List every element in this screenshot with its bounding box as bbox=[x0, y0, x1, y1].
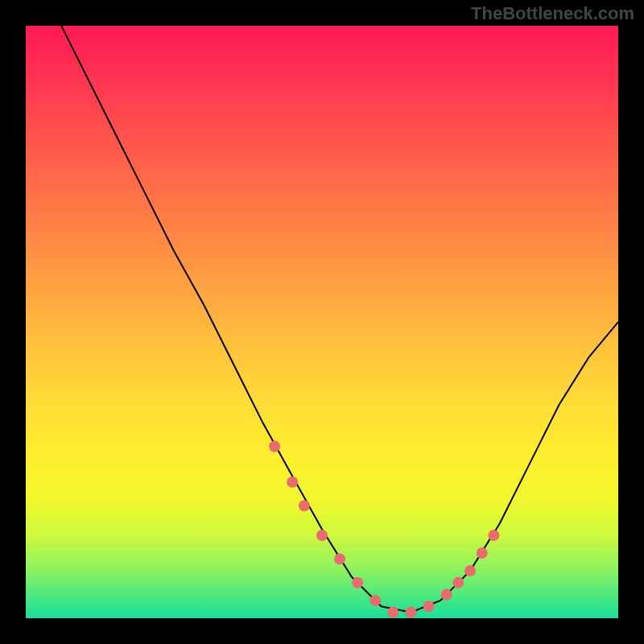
marker-dot bbox=[287, 477, 298, 488]
bottleneck-curve-path bbox=[61, 26, 618, 613]
marker-dot bbox=[352, 577, 363, 588]
marker-dot bbox=[441, 589, 452, 601]
marker-dot bbox=[488, 530, 499, 541]
marker-dot bbox=[452, 577, 464, 588]
marker-dot bbox=[423, 601, 435, 612]
marker-group bbox=[269, 441, 499, 618]
curve-svg bbox=[26, 26, 618, 618]
marker-dot bbox=[464, 565, 476, 576]
watermark-text: TheBottleneck.com bbox=[471, 3, 634, 24]
curve-group bbox=[61, 26, 618, 613]
marker-dot bbox=[387, 607, 398, 618]
plot-area bbox=[26, 26, 618, 618]
marker-dot bbox=[316, 530, 328, 541]
marker-dot bbox=[369, 595, 381, 606]
marker-dot bbox=[405, 607, 416, 618]
marker-dot bbox=[334, 553, 345, 564]
marker-dot bbox=[269, 441, 280, 452]
marker-dot bbox=[299, 500, 310, 511]
marker-dot bbox=[477, 547, 488, 559]
